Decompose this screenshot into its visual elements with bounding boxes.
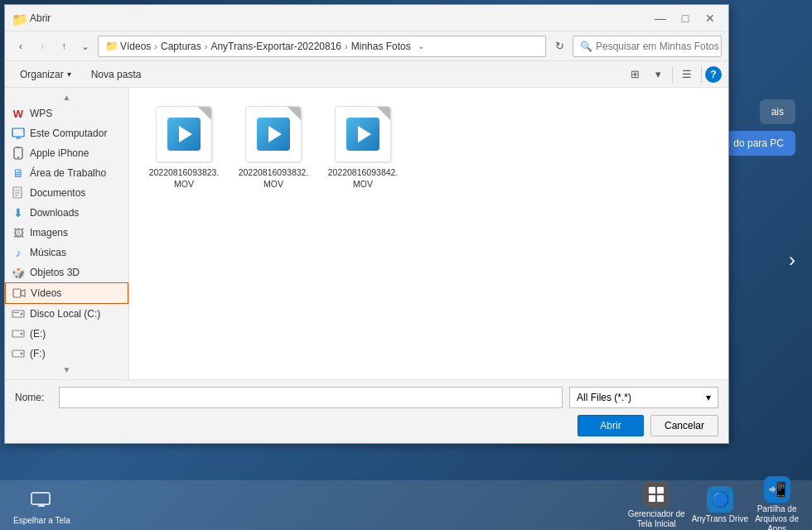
- sidebar-item-musicas[interactable]: ♪ Músicas: [5, 243, 128, 263]
- bottom-bar: Nome: All Files (*.*) ▾ Abrir Cancelar: [5, 379, 728, 443]
- main-content: ▲ W WPS Este Computador: [5, 88, 728, 379]
- sidebar-item-videos[interactable]: Vídeos: [5, 282, 128, 304]
- scroll-down-indicator: ▼: [5, 364, 128, 376]
- file-area: 20220816093823.MOV 20220816093832.MOV: [129, 88, 728, 379]
- details-pane-button[interactable]: ☰: [676, 65, 698, 84]
- filetype-dropdown[interactable]: All Files (*.*) ▾: [569, 387, 718, 408]
- sidebar-item-disco-c-label: Disco Local (C:): [30, 308, 100, 320]
- mov-icon-1: [156, 106, 212, 162]
- sidebar-item-documentos-label: Documentos: [30, 187, 85, 199]
- iphone-icon: [12, 147, 25, 160]
- scroll-up-indicator: ▲: [5, 91, 128, 104]
- new-folder-button[interactable]: Nova pasta: [83, 66, 150, 83]
- 3d-icon: 🎲: [12, 266, 25, 279]
- file-thumb-2: [244, 104, 303, 164]
- address-bar: ‹ › ↑ ⌄ 📁 Vídeos › Capturas › AnyTrans-E…: [5, 31, 728, 61]
- sidebar: ▲ W WPS Este Computador: [5, 88, 129, 379]
- title-bar-left: 📁 Abrir: [12, 12, 51, 25]
- sidebar-item-este-computador[interactable]: Este Computador: [5, 123, 128, 143]
- path-dropdown-button[interactable]: ⌄: [414, 40, 428, 53]
- list-item[interactable]: 20220816093832.MOV: [232, 101, 315, 193]
- sidebar-item-documentos[interactable]: Documentos: [5, 183, 128, 203]
- title-bar: 📁 Abrir — □ ✕: [5, 5, 728, 31]
- toolbar: Organizar ▾ Nova pasta ⊞ ▾ ☰ ?: [5, 61, 728, 88]
- filename-input[interactable]: [59, 387, 563, 408]
- back-button[interactable]: ‹: [12, 37, 30, 55]
- wps-icon: W: [12, 107, 25, 120]
- sidebar-item-downloads-label: Downloads: [30, 207, 79, 219]
- close-button[interactable]: ✕: [698, 10, 722, 26]
- svg-rect-6: [13, 289, 21, 297]
- recent-locations-button[interactable]: ⌄: [76, 37, 94, 55]
- sidebar-item-drive-f[interactable]: (F:): [5, 344, 128, 364]
- organize-button[interactable]: Organizar ▾: [12, 66, 80, 83]
- title-controls: — □ ✕: [649, 10, 722, 26]
- disk-e-icon: [12, 327, 25, 340]
- sidebar-item-iphone[interactable]: Apple iPhone: [5, 143, 128, 163]
- sidebar-item-imagens-label: Imagens: [30, 227, 68, 238]
- sidebar-item-objetos3d[interactable]: 🎲 Objetos 3D: [5, 263, 128, 282]
- svg-rect-4: [17, 147, 20, 148]
- path-segment-3[interactable]: Minhas Fotos: [351, 41, 411, 52]
- sidebar-item-desktop-label: Área de Trabalho: [30, 167, 106, 179]
- list-item[interactable]: 20220816093823.MOV: [143, 101, 225, 193]
- svg-point-11: [21, 333, 23, 335]
- mov-icon-3: [335, 106, 391, 162]
- address-path: 📁 Vídeos › Capturas › AnyTrans-Exportar-…: [98, 36, 546, 57]
- filetype-value: All Files (*.*): [577, 392, 631, 403]
- minimize-button[interactable]: —: [649, 10, 672, 26]
- file-name-2: 20220816093832.MOV: [239, 167, 309, 190]
- view-icon-button[interactable]: ⊞: [624, 65, 645, 84]
- play-triangle-2: [268, 126, 282, 142]
- sidebar-item-wps[interactable]: W WPS: [5, 104, 128, 123]
- open-button[interactable]: Abrir: [578, 415, 644, 436]
- downloads-icon: ⬇: [12, 206, 25, 219]
- sidebar-item-drive-f-label: (F:): [30, 348, 46, 359]
- play-button-2: [257, 118, 290, 151]
- images-icon: 🖼: [12, 226, 25, 239]
- sidebar-item-videos-label: Vídeos: [31, 287, 61, 299]
- play-button-3: [346, 118, 379, 151]
- svg-rect-9: [13, 312, 19, 313]
- dialog-overlay: 📁 Abrir — □ ✕ ‹ › ↑ ⌄ 📁 Vídeos › Captura…: [0, 0, 812, 530]
- path-segment-2[interactable]: AnyTrans-Exportar-20220816: [210, 41, 341, 52]
- refresh-button[interactable]: ↻: [549, 36, 569, 56]
- dialog-icon: 📁: [12, 12, 25, 25]
- file-thumb-3: [333, 104, 393, 164]
- disk-c-icon: [12, 307, 25, 320]
- videos-icon: [12, 287, 26, 300]
- search-input[interactable]: [596, 41, 720, 52]
- sidebar-item-drive-e-label: (E:): [30, 328, 46, 340]
- mov-icon-2: [245, 106, 302, 162]
- path-segment-0[interactable]: 📁 Vídeos: [105, 40, 151, 52]
- sidebar-item-disco-c[interactable]: Disco Local (C:): [5, 304, 128, 324]
- path-segment-1[interactable]: Capturas: [161, 41, 201, 52]
- sidebar-item-computer-label: Este Computador: [30, 128, 107, 139]
- file-name-3: 20220816093842.MOV: [328, 167, 399, 190]
- view-dropdown-button[interactable]: ▾: [647, 65, 669, 84]
- svg-point-13: [21, 353, 23, 355]
- svg-point-3: [17, 157, 19, 158]
- sidebar-item-downloads[interactable]: ⬇ Downloads: [5, 203, 128, 223]
- maximize-button[interactable]: □: [674, 10, 697, 26]
- help-button[interactable]: ?: [705, 66, 722, 83]
- sidebar-item-wps-label: WPS: [30, 108, 52, 119]
- forward-button[interactable]: ›: [33, 37, 51, 55]
- dialog-title: Abrir: [30, 12, 51, 24]
- search-icon: 🔍: [580, 41, 592, 52]
- path-segment-label-0: Vídeos: [120, 41, 151, 52]
- filetype-dropdown-arrow: ▾: [706, 392, 711, 403]
- file-name-1: 20220816093823.MOV: [146, 167, 222, 190]
- filename-label: Nome:: [15, 392, 52, 403]
- svg-point-8: [21, 313, 23, 316]
- sidebar-item-desktop[interactable]: 🖥 Área de Trabalho: [5, 163, 128, 183]
- sidebar-item-drive-e[interactable]: (E:): [5, 324, 128, 344]
- sidebar-item-imagens[interactable]: 🖼 Imagens: [5, 223, 128, 243]
- up-button[interactable]: ↑: [55, 37, 73, 55]
- cancel-button[interactable]: Cancelar: [650, 415, 718, 436]
- list-item[interactable]: 20220816093842.MOV: [321, 101, 404, 193]
- play-triangle-1: [179, 126, 192, 142]
- toolbar-separator-2: [701, 66, 702, 83]
- sidebar-item-objetos3d-label: Objetos 3D: [30, 267, 80, 278]
- file-thumb-1: [154, 104, 214, 164]
